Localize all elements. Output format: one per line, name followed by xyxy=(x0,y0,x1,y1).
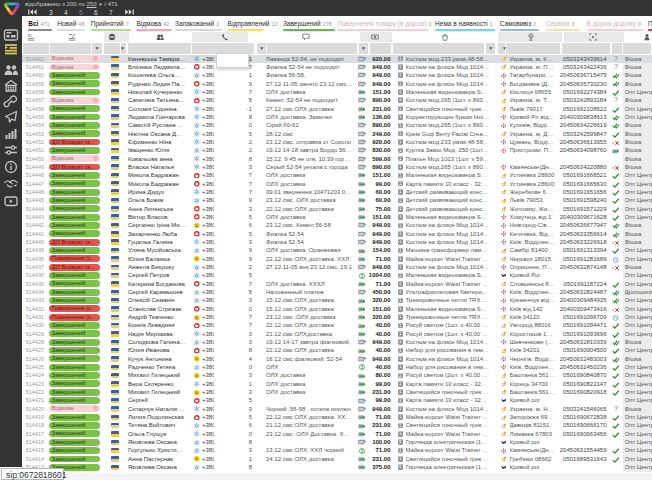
svg-text:lc: lc xyxy=(196,374,199,378)
svg-text:lc: lc xyxy=(196,257,199,261)
svg-text:lc: lc xyxy=(196,357,199,361)
svg-text:ID: ID xyxy=(28,33,32,38)
svg-text:lc: lc xyxy=(196,391,199,395)
svg-text:lc: lc xyxy=(196,457,199,461)
svg-text:lc: lc xyxy=(196,316,199,320)
svg-text:lc: lc xyxy=(196,224,199,228)
